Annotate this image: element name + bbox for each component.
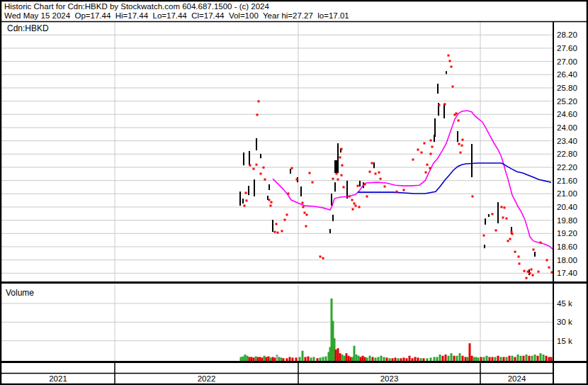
trade-dot — [245, 192, 247, 194]
trade-dot — [364, 183, 366, 185]
price-range-bar — [471, 144, 473, 177]
trade-dot — [506, 218, 508, 220]
trade-dot — [260, 172, 262, 174]
volume-bar — [467, 357, 469, 361]
volume-bar — [383, 357, 385, 361]
trade-dot — [258, 100, 260, 102]
volume-bar — [426, 358, 429, 361]
price-tick-label: 27.00 — [557, 57, 577, 66]
volume-bar — [462, 356, 464, 361]
trade-dot — [322, 257, 324, 260]
volume-bar — [289, 357, 291, 361]
price-range-bar — [437, 84, 439, 94]
trade-dot — [274, 231, 276, 233]
price-range-bar — [268, 184, 270, 190]
trade-dot — [451, 66, 453, 68]
volume-bar — [417, 357, 419, 361]
volume-bar — [261, 357, 264, 361]
volume-label: Volume — [6, 288, 34, 298]
trade-dot — [246, 199, 248, 201]
price-range-bar — [243, 152, 244, 165]
volume-bar — [473, 357, 475, 361]
volume-bar — [310, 357, 312, 361]
price-range-bar — [242, 199, 244, 203]
volume-bar — [251, 357, 253, 361]
price-range-bar — [484, 245, 485, 248]
price-tick-label: 27.60 — [557, 44, 577, 52]
volume-bar — [295, 357, 298, 361]
price-tick-label: 18.00 — [557, 256, 577, 264]
volume-bar — [244, 355, 247, 361]
trade-dot — [460, 152, 462, 154]
volume-bar — [483, 357, 485, 361]
trade-dot — [375, 172, 377, 174]
volume-bar — [531, 356, 533, 361]
trade-dot — [271, 201, 273, 203]
trade-dot — [511, 233, 514, 235]
trade-dot — [276, 223, 278, 225]
trade-dot — [448, 55, 450, 57]
trade-dot — [548, 267, 550, 269]
trade-dot — [286, 213, 288, 216]
volume-bar — [471, 356, 473, 361]
trade-dot — [417, 149, 419, 151]
price-range-bar — [331, 194, 332, 206]
volume-bar — [548, 357, 550, 361]
trade-dot — [519, 262, 521, 264]
trade-dot — [458, 120, 460, 122]
volume-bar — [439, 355, 441, 361]
volume-bar — [406, 358, 408, 361]
price-tick-label: 17.40 — [557, 269, 577, 277]
price-range-bar — [434, 118, 436, 137]
volume-bar — [281, 357, 283, 361]
stock-chart-svg: 28.2027.6027.0026.4025.8025.2024.6024.00… — [0, 0, 588, 385]
volume-bar — [459, 353, 461, 361]
volume-bar — [375, 357, 377, 361]
price-range-bar — [485, 218, 486, 225]
price-range-bar — [373, 162, 375, 168]
trade-dot — [288, 192, 290, 194]
trade-dot — [302, 202, 304, 204]
trade-dot — [439, 104, 441, 106]
price-range-bar — [248, 186, 249, 195]
trade-dot — [524, 270, 526, 272]
volume-bar — [274, 357, 276, 361]
symbol-label: Cdn:HBKD — [7, 23, 49, 33]
volume-bar — [500, 357, 502, 361]
volume-bar — [335, 350, 337, 361]
price-gridlines — [1, 35, 553, 273]
trade-dot — [256, 164, 258, 166]
trade-dot — [449, 60, 451, 62]
volume-bar — [511, 356, 514, 361]
price-range-bar — [443, 104, 445, 118]
trade-dot — [492, 213, 494, 215]
price-volume-divider — [1, 281, 587, 284]
volume-bar — [506, 357, 508, 361]
volume-bar — [372, 357, 374, 361]
trade-dot — [341, 174, 343, 177]
volume-bar — [494, 357, 497, 361]
volume-bar — [305, 357, 307, 361]
price-tick-label: 25.80 — [557, 84, 577, 92]
volume-bar — [240, 357, 242, 361]
volume-bar — [264, 356, 266, 361]
trade-dot — [458, 143, 460, 145]
price-range-bar — [300, 186, 302, 196]
trade-dot — [296, 179, 298, 181]
volume-bar — [545, 356, 548, 361]
volume-bar — [325, 357, 327, 361]
trade-dot — [483, 235, 485, 237]
trade-dot — [546, 259, 548, 261]
price-range-bar — [457, 131, 458, 142]
trade-dot — [518, 255, 520, 257]
volume-bar — [242, 357, 244, 361]
trade-dot — [378, 172, 380, 174]
trade-dot — [380, 178, 382, 180]
volume-bar — [344, 356, 346, 361]
volume-bar — [354, 346, 356, 361]
trade-dot — [263, 167, 265, 169]
volume-bar — [346, 353, 348, 361]
price-tick-label: 20.40 — [557, 203, 577, 211]
volume-bars — [240, 298, 553, 361]
volume-bar — [477, 357, 480, 361]
